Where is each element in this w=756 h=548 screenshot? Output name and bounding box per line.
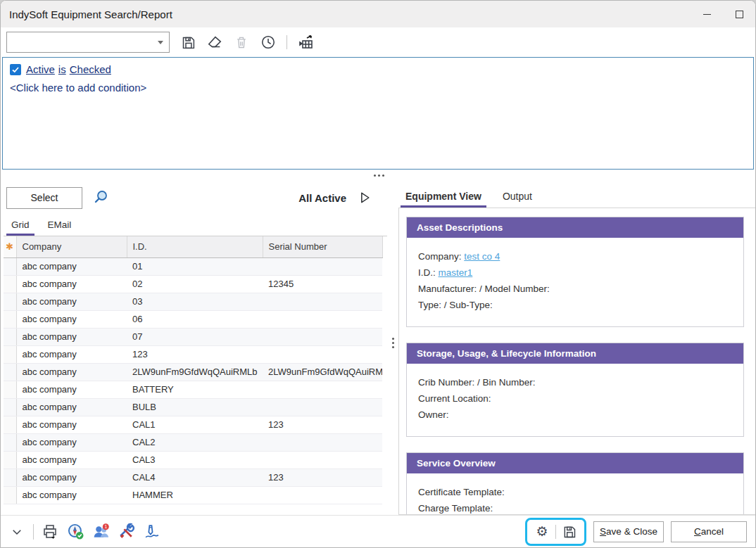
table-row[interactable]: abc company123	[4, 345, 382, 363]
detail-value-link[interactable]: master1	[439, 267, 473, 278]
table-row[interactable]: abc company2LW9unFm9GfdWqQAuiRMLb2LW9unF…	[4, 363, 382, 381]
table-cell[interactable]: abc company	[16, 398, 127, 416]
table-cell[interactable]: abc company	[16, 433, 127, 451]
row-header-cell[interactable]	[4, 469, 16, 486]
table-cell[interactable]: 06	[127, 310, 263, 328]
table-cell[interactable]: 123	[263, 469, 382, 486]
table-cell[interactable]: CAL4	[127, 469, 263, 486]
print-button[interactable]	[41, 523, 59, 541]
table-cell[interactable]: 01	[127, 257, 263, 275]
table-cell[interactable]	[263, 328, 382, 345]
table-cell[interactable]: 02	[127, 275, 263, 293]
grid-settings-button[interactable]: ⚙	[533, 523, 551, 541]
table-cell[interactable]: 123	[263, 416, 382, 433]
table-cell[interactable]	[263, 486, 382, 504]
table-cell[interactable]: CAL2	[127, 433, 263, 451]
condition-term-link[interactable]: Active	[26, 63, 55, 75]
horizontal-splitter[interactable]	[1, 170, 755, 182]
delete-search-button[interactable]	[233, 34, 250, 51]
table-cell[interactable]: 2LW9unFm9GfdWqQAuiRMLb	[127, 363, 263, 381]
cancel-button[interactable]: Cancel	[671, 521, 747, 542]
row-header-cell[interactable]	[4, 398, 16, 416]
browse-button[interactable]	[66, 523, 84, 541]
maximize-button[interactable]	[723, 1, 755, 27]
table-cell[interactable]: abc company	[16, 416, 127, 433]
table-row[interactable]: abc companyHAMMER	[4, 486, 382, 504]
table-cell[interactable]: 03	[127, 293, 263, 310]
condition-term-link[interactable]: Checked	[70, 63, 111, 75]
row-header-cell[interactable]	[4, 416, 16, 433]
column-header-serial-number[interactable]: Serial Number	[263, 236, 382, 257]
run-search-button[interactable]	[356, 189, 373, 206]
vertical-splitter[interactable]	[387, 182, 398, 515]
save-layout-button[interactable]	[560, 523, 579, 541]
row-header-cell[interactable]	[4, 381, 16, 398]
table-row[interactable]: abc company06	[4, 310, 382, 328]
table-cell[interactable]: abc company	[16, 486, 127, 504]
table-cell[interactable]	[263, 451, 382, 469]
row-header-cell[interactable]	[4, 451, 16, 469]
tab-grid[interactable]: Grid	[11, 219, 30, 236]
table-cell[interactable]: 123	[127, 345, 263, 363]
save-close-button[interactable]: Save & Close	[593, 521, 664, 542]
chevron-down-icon[interactable]	[158, 41, 163, 44]
table-cell[interactable]: BATTERY	[127, 381, 263, 398]
table-row[interactable]: abc companyCAL2	[4, 433, 382, 451]
row-header-cell[interactable]	[4, 275, 16, 293]
table-cell[interactable]: abc company	[16, 257, 127, 275]
table-cell[interactable]: 07	[127, 328, 263, 345]
table-cell[interactable]	[263, 257, 382, 275]
table-cell[interactable]: abc company	[16, 293, 127, 310]
table-cell[interactable]: abc company	[16, 275, 127, 293]
table-cell[interactable]: BULB	[127, 398, 263, 416]
tab-output[interactable]: Output	[503, 191, 532, 208]
table-row[interactable]: abc companyCAL4123	[4, 469, 382, 486]
table-cell[interactable]	[263, 433, 382, 451]
table-cell[interactable]: 2LW9unFm9GfdWqQAuiRMLb	[263, 363, 382, 381]
table-row[interactable]: abc companyBATTERY	[4, 381, 382, 398]
table-cell[interactable]: HAMMER	[127, 486, 263, 504]
table-cell[interactable]: abc company	[16, 451, 127, 469]
maintenance-button[interactable]	[117, 523, 135, 541]
table-cell[interactable]	[263, 398, 382, 416]
saved-search-input[interactable]	[7, 33, 148, 51]
column-header-i-d-[interactable]: I.D.	[127, 236, 263, 257]
table-cell[interactable]: abc company	[16, 469, 127, 486]
signature-button[interactable]	[142, 523, 160, 541]
row-header-cell[interactable]	[4, 257, 16, 275]
table-row[interactable]: abc company0212345	[4, 275, 382, 293]
add-condition-link[interactable]: <Click here to add condition>	[10, 82, 746, 94]
expand-toolbar-button[interactable]	[8, 523, 26, 541]
tab-email[interactable]: EMail	[48, 219, 72, 236]
condition-checkbox[interactable]	[10, 64, 21, 75]
search-button[interactable]	[92, 189, 109, 206]
personnel-button[interactable]: 1	[92, 523, 110, 541]
saved-search-combobox[interactable]	[6, 32, 170, 53]
row-header-cell[interactable]	[4, 310, 16, 328]
table-cell[interactable]: abc company	[16, 310, 127, 328]
table-cell[interactable]	[263, 345, 382, 363]
column-header-company[interactable]: Company	[16, 236, 127, 257]
search-history-button[interactable]	[260, 34, 277, 51]
table-cell[interactable]: CAL3	[127, 451, 263, 469]
table-cell[interactable]: abc company	[16, 363, 127, 381]
table-cell[interactable]: abc company	[16, 381, 127, 398]
table-cell[interactable]: abc company	[16, 345, 127, 363]
table-cell[interactable]	[263, 381, 382, 398]
table-row[interactable]: abc companyCAL1123	[4, 416, 382, 433]
select-button[interactable]: Select	[6, 187, 82, 209]
row-header-cell[interactable]	[4, 486, 16, 504]
results-grid[interactable]: ✱CompanyI.D.Serial Number abc company01a…	[4, 236, 387, 515]
clear-conditions-button[interactable]	[206, 34, 223, 51]
condition-term-link[interactable]: is	[58, 63, 66, 75]
detail-value-link[interactable]: test co 4	[464, 251, 500, 262]
row-header-cell[interactable]	[4, 293, 16, 310]
table-cell[interactable]	[263, 310, 382, 328]
table-cell[interactable]: 12345	[263, 275, 382, 293]
row-header-cell[interactable]	[4, 433, 16, 451]
table-row[interactable]: abc company07	[4, 328, 382, 345]
table-row[interactable]: abc companyCAL3	[4, 451, 382, 469]
minimize-button[interactable]	[691, 1, 723, 27]
tab-equipment-view[interactable]: Equipment View	[405, 191, 481, 208]
table-cell[interactable]	[263, 293, 382, 310]
